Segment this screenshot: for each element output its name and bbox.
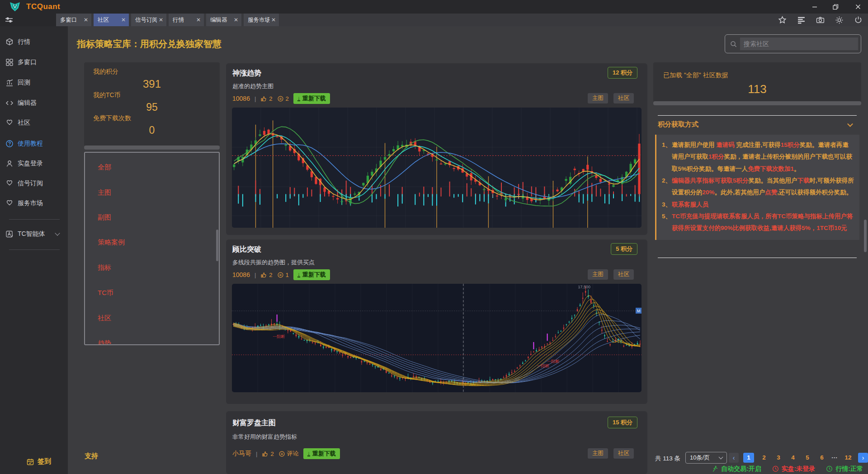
heart-icon <box>5 119 14 127</box>
stat-free-downloads: 免费下载次数 0 <box>84 114 220 136</box>
tag-community[interactable]: 社区 <box>613 93 634 103</box>
tag-main-chart[interactable]: 主图 <box>588 448 608 459</box>
chevron-down-icon[interactable] <box>847 121 853 127</box>
page-5[interactable]: 5 <box>802 453 813 463</box>
category-trend[interactable]: 趋势 <box>98 339 111 345</box>
tag-main-chart[interactable]: 主图 <box>588 93 608 103</box>
page-2[interactable]: 2 <box>758 453 770 463</box>
comment-button[interactable]: 1 <box>277 272 289 278</box>
tab-close-icon[interactable]: ✕ <box>84 17 88 23</box>
checkin-button[interactable]: 签到 <box>26 457 51 466</box>
page-title: 指标策略宝库：用积分兑换独家智慧 <box>77 38 222 50</box>
category-strategy-case[interactable]: 策略案例 <box>98 238 125 248</box>
card-meta: 10086 | 2 2 ↓ 重新下载 <box>232 92 330 105</box>
card-title: 财富罗盘主图 <box>232 418 276 428</box>
camera-icon[interactable] <box>816 15 825 24</box>
points-rules-header[interactable]: 积分获取方式 <box>658 120 698 129</box>
prev-page-button[interactable]: ‹ <box>729 453 739 463</box>
restore-icon <box>833 4 839 10</box>
my-stats-panel: 我的积分 391 我的TC币 95 免费下载次数 0 <box>84 62 220 146</box>
card-tags: 主图 社区 <box>588 93 634 103</box>
strategy-card: 顾比突破 5 积分 多线段共振的趋势图，提供买点 10086 | 2 1 ↓ 重… <box>226 239 647 404</box>
tab-editor[interactable]: 编辑器✕ <box>206 14 241 26</box>
tab-market[interactable]: 行情✕ <box>169 14 204 26</box>
points-badge: 15 积分 <box>608 417 637 428</box>
page-4[interactable]: 4 <box>787 453 799 463</box>
redownload-button[interactable]: ↓ 重新下载 <box>293 93 330 104</box>
category-all[interactable]: 全部 <box>98 163 111 173</box>
card-tags: 主图 社区 <box>588 448 634 459</box>
main-scrollbar-thumb[interactable] <box>864 220 867 252</box>
sidebar-item-tc-agent[interactable]: TC智能体 <box>5 229 59 239</box>
tab-close-icon[interactable]: ✕ <box>234 17 238 23</box>
tab-community[interactable]: 社区✕ <box>94 14 129 26</box>
search-input[interactable] <box>740 38 858 50</box>
minimize-button[interactable] <box>806 0 824 14</box>
category-tc-coin[interactable]: TC币 <box>98 289 113 299</box>
card-desc: 超准的趋势主图 <box>232 82 274 90</box>
redownload-button[interactable]: ↓ 重新下载 <box>293 269 330 280</box>
right-panel-scrollbar[interactable] <box>653 101 861 105</box>
sidebar-item-live-login[interactable]: 实盘登录 <box>5 158 43 169</box>
settings-gear-icon[interactable] <box>835 15 844 24</box>
favorite-star-icon[interactable] <box>778 15 787 24</box>
layout-sliders-icon[interactable] <box>5 15 14 26</box>
category-scrollbar[interactable] <box>216 230 218 261</box>
like-button[interactable]: 2 <box>260 95 272 102</box>
sidebar-item-community[interactable]: 社区 <box>5 117 30 128</box>
card-author: 10086 <box>232 95 250 102</box>
restore-button[interactable] <box>826 0 844 14</box>
category-main-chart[interactable]: 主图 <box>98 188 111 198</box>
support-link[interactable]: 支持 <box>85 452 98 460</box>
strategy-card: 神涨趋势 12 积分 超准的趋势主图 10086 | 2 2 ↓ 重新下载 主图… <box>226 63 647 235</box>
sidebar-item-service-market[interactable]: 服务市场 <box>5 198 43 209</box>
page-size-select[interactable]: 10条/页 <box>685 452 727 464</box>
tab-service-market[interactable]: 服务市场✕ <box>244 14 279 26</box>
sidebar-item-backtest[interactable]: 回测 <box>5 77 30 88</box>
page-ellipsis: ··· <box>829 453 840 463</box>
sidebar-item-multi-window[interactable]: 多窗口 <box>5 57 37 68</box>
next-page-button[interactable]: › <box>858 453 868 463</box>
tab-close-icon[interactable]: ✕ <box>121 17 126 23</box>
chart-bars-icon <box>5 79 14 87</box>
tab-signal-subscribe[interactable]: 信号订阅✕ <box>131 14 166 26</box>
tab-close-icon[interactable]: ✕ <box>159 17 163 23</box>
card-author: 10086 <box>232 271 250 278</box>
tab-close-icon[interactable]: ✕ <box>196 17 201 23</box>
redownload-button[interactable]: ↓ 重新下载 <box>303 448 340 459</box>
page-12[interactable]: 12 <box>841 453 855 463</box>
page-6[interactable]: 6 <box>816 453 828 463</box>
like-button[interactable]: 2 <box>262 451 274 457</box>
tab-close-icon[interactable]: ✕ <box>271 17 276 23</box>
sidebar-item-tutorial[interactable]: 使用教程 <box>5 138 43 149</box>
comment-button[interactable]: 2 <box>277 95 289 102</box>
search-icon <box>730 40 737 48</box>
power-icon[interactable] <box>854 15 863 24</box>
stats-scrollbar[interactable] <box>84 145 220 150</box>
tab-multi-window[interactable]: 多窗口✕ <box>56 14 91 26</box>
menu-lines-icon[interactable] <box>797 15 806 24</box>
sidebar-item-editor[interactable]: 编辑器 <box>5 98 37 108</box>
category-community[interactable]: 社区 <box>98 314 111 324</box>
tag-main-chart[interactable]: 主图 <box>588 269 608 280</box>
close-button[interactable] <box>849 0 867 14</box>
sidebar-item-signal-subscribe[interactable]: 信号订阅 <box>5 178 43 189</box>
points-badge: 12 积分 <box>608 67 637 79</box>
loaded-count: 113 <box>653 82 861 96</box>
section-divider <box>658 258 857 258</box>
sidebar: 行情 多窗口 回测 编辑器 社区 使用教程 实盘登录 信号订阅 <box>0 26 68 474</box>
comment-button[interactable]: 评论 <box>278 450 299 458</box>
tag-community[interactable]: 社区 <box>613 448 634 459</box>
code-icon <box>5 99 14 107</box>
category-indicator[interactable]: 指标 <box>98 263 111 273</box>
comment-icon <box>277 95 284 102</box>
category-sub-chart[interactable]: 副图 <box>98 213 111 223</box>
page-3[interactable]: 3 <box>773 453 784 463</box>
tag-community[interactable]: 社区 <box>613 269 634 280</box>
page-1[interactable]: 1 <box>743 453 754 463</box>
like-button[interactable]: 2 <box>260 272 272 278</box>
card-tags: 主图 社区 <box>588 269 634 280</box>
rule-item: 5、TC币充值与提现请联系客服人员，所有TC币策略与指标上传用户将获得所设置支付… <box>661 211 854 235</box>
sidebar-item-market[interactable]: 行情 <box>5 37 30 47</box>
chevron-down-icon[interactable] <box>55 230 60 235</box>
